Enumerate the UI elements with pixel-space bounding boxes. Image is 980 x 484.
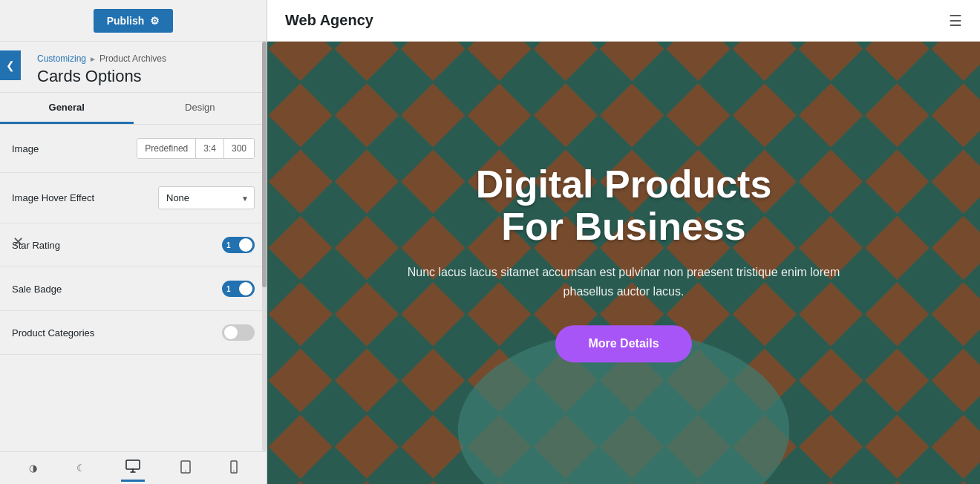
svg-rect-0 [126,460,140,469]
preview-area: Web Agency ☰ [267,0,980,484]
mobile-icon [230,460,238,476]
product-categories-toggle[interactable] [222,324,255,341]
image-size[interactable]: 300 [224,139,254,158]
gear-icon: ⚙ [150,15,160,27]
hero-content: Digital Products For Business Nunc lacus… [339,163,909,362]
star-rating-row: Star Rating 1 [0,223,267,267]
toggle-number-2: 1 [226,285,231,293]
left-panel: ✕ Publish ⚙ ❮ Customizing ► Product Arch… [0,0,267,484]
toggle-knob-2 [239,282,252,295]
desktop-view-button[interactable] [121,455,145,482]
product-categories-label: Product Categories [12,327,94,339]
tablet-view-button[interactable] [176,456,195,480]
image-controls: Predefined 3:4 300 [137,138,255,159]
dark-mode-button[interactable]: ☾ [72,458,90,478]
top-bar: ✕ Publish ⚙ [0,0,267,42]
panel-scroll: ❮ Customizing ► Product Archives Cards O… [0,42,267,451]
hero-subtext: Nunc lacus lacus sitamet accumsan est pu… [401,264,846,301]
tabs-row: General Design [0,93,267,125]
toggle-knob [239,238,252,252]
preview-nav: Web Agency ☰ [267,0,980,42]
scrollbar[interactable] [262,42,267,451]
hover-effect-select[interactable]: None Zoom Fade Slide [158,186,255,209]
image-ratio[interactable]: 3:4 [196,139,224,158]
tab-general[interactable]: General [0,93,134,124]
breadcrumb-area: Customizing ► Product Archives Cards Opt… [0,42,267,93]
hamburger-icon[interactable]: ☰ [949,12,962,30]
half-circle-icon: ◑ [29,462,37,474]
publish-button[interactable]: Publish ⚙ [94,9,174,33]
breadcrumb-separator: ► [89,55,97,63]
product-categories-row: Product Categories [0,311,267,355]
svg-point-2 [185,471,186,472]
hero-heading: Digital Products For Business [339,163,909,248]
back-button[interactable]: ❮ [0,50,21,80]
close-button[interactable]: ✕ [7,232,28,252]
controls: Image Predefined 3:4 300 Image Hover Eff… [0,125,267,355]
bottom-toolbar: ◑ ☾ [0,451,267,484]
moon-icon: ☾ [76,462,85,474]
image-predefined[interactable]: Predefined [137,139,196,158]
mobile-view-button[interactable] [226,456,242,480]
sale-badge-row: Sale Badge 1 [0,267,267,311]
tablet-icon [180,460,191,476]
image-label: Image [12,143,39,154]
hover-effect-select-wrap: None Zoom Fade Slide ▼ [158,186,255,209]
breadcrumb: Customizing ► Product Archives [37,53,255,64]
image-control-row: Image Predefined 3:4 300 [0,125,267,173]
site-title: Web Agency [285,12,373,29]
scrollbar-thumb [262,42,267,287]
star-rating-toggle[interactable]: 1 [222,237,255,253]
close-icon: ✕ [13,234,24,250]
publish-label: Publish [107,15,145,27]
desktop-icon [125,460,140,475]
toggle-knob-3 [224,326,238,339]
hover-effect-row: Image Hover Effect None Zoom Fade Slide … [0,173,267,223]
hero-cta-button[interactable]: More Details [555,325,691,362]
hero-heading-line2: For Business [501,205,745,248]
hero-area: Digital Products For Business Nunc lacus… [267,42,980,484]
toggle-number: 1 [226,241,231,249]
back-arrow-icon: ❮ [6,59,15,71]
breadcrumb-customizing[interactable]: Customizing [37,53,86,64]
svg-point-4 [233,471,235,472]
hero-heading-line1: Digital Products [476,163,772,206]
tab-design[interactable]: Design [134,93,267,124]
sale-badge-label: Sale Badge [12,284,62,295]
light-mode-button[interactable]: ◑ [24,458,42,478]
hover-effect-label: Image Hover Effect [12,192,94,203]
sale-badge-toggle[interactable]: 1 [222,281,255,297]
section-title: Cards Options [37,67,255,86]
breadcrumb-product-archives: Product Archives [99,53,166,64]
